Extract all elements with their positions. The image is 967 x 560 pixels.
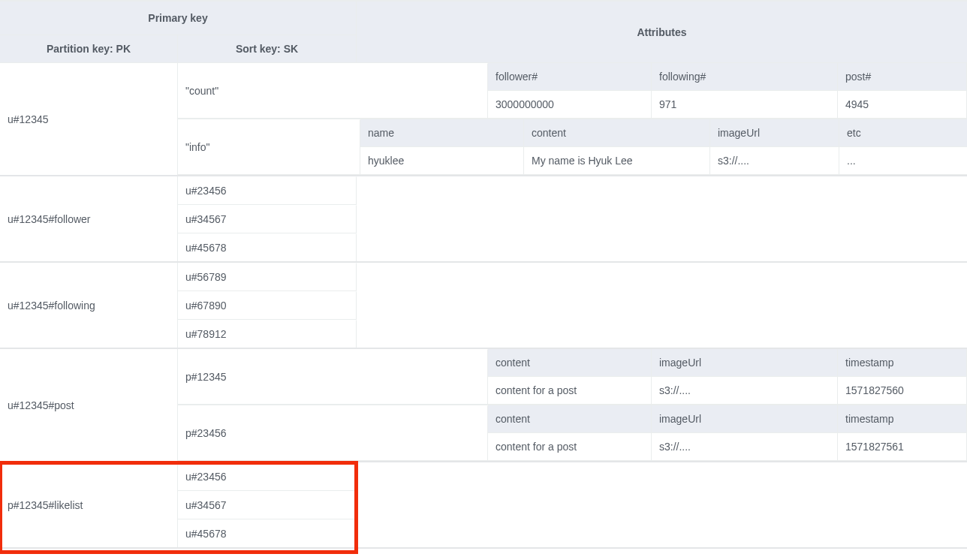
attr-cell: content for a post [488,377,652,405]
sk-cell: u#34567 [178,491,357,519]
sk-cell: "info" [178,119,360,175]
sk-cell: u#78912 [178,320,357,348]
sk-cell: u#56789 [178,263,357,291]
primary-key-group: Primary key Partition key: PK Sort key: … [0,1,357,63]
table-row: u#12345#follower u#23456 u#34567 u#45678 [0,176,967,263]
sk-cell: u#45678 [178,519,357,547]
table-row: u#12345#following u#56789 u#67890 u#7891… [0,263,967,349]
pk-cell: u#12345 [0,63,178,175]
attr-cell: 3000000000 [488,91,652,119]
pk-cell: u#12345#post [0,349,178,461]
table-header: Primary key Partition key: PK Sort key: … [0,1,967,63]
attr-header: content [488,405,652,433]
pk-cell: u#12345#follower [0,176,178,261]
attr-cell: 4945 [838,91,967,119]
attr-cell: hyuklee [360,147,524,175]
sk-cell: u#45678 [178,233,357,261]
attr-header: timestamp [838,349,967,377]
sk-cell: p#12345 [178,349,488,405]
attr-header: content [524,119,710,147]
pk-cell: p#12345#likelist [0,462,178,547]
attr-header: follower# [488,63,652,91]
attr-cell: 1571827560 [838,377,967,405]
attr-cell: 971 [652,91,838,119]
attr-cell: content for a post [488,433,652,461]
table-row: u#12345#post p#12345 content imageUrl ti… [0,349,967,462]
attr-header: imageUrl [652,405,838,433]
table-row: u#12345 "count" follower# following# pos… [0,63,967,176]
sk-cell: u#23456 [178,176,357,205]
attr-cell: s3://.... [652,433,838,461]
sort-key-header: Sort key: SK [178,35,356,62]
attr-header: imageUrl [710,119,839,147]
attr-header: imageUrl [652,349,838,377]
sk-cell: p#23456 [178,405,488,461]
attr-cell: 1571827561 [838,433,967,461]
primary-key-subheader: Partition key: PK Sort key: SK [0,35,356,63]
sk-cell: u#23456 [178,462,357,491]
pk-cell: u#12345#following [0,263,178,348]
primary-key-title: Primary key [0,1,356,35]
table-row: p#12345#likelist u#23456 u#34567 u#45678 [0,462,967,549]
attr-cell: My name is Hyuk Lee [524,147,710,175]
attr-cell: ... [839,147,967,175]
attr-header: content [488,349,652,377]
attr-cell: s3://.... [652,377,838,405]
sk-cell: u#34567 [178,205,357,233]
attributes-header: Attributes [357,1,967,63]
dynamodb-table: Primary key Partition key: PK Sort key: … [0,0,967,549]
attr-cell: s3://.... [710,147,839,175]
attr-header: etc [839,119,967,147]
attr-header: name [360,119,524,147]
sk-cell: u#67890 [178,291,357,320]
partition-key-header: Partition key: PK [0,35,178,62]
attr-header: following# [652,63,838,91]
attr-header: timestamp [838,405,967,433]
sk-cell: "count" [178,63,488,119]
attr-header: post# [838,63,967,91]
